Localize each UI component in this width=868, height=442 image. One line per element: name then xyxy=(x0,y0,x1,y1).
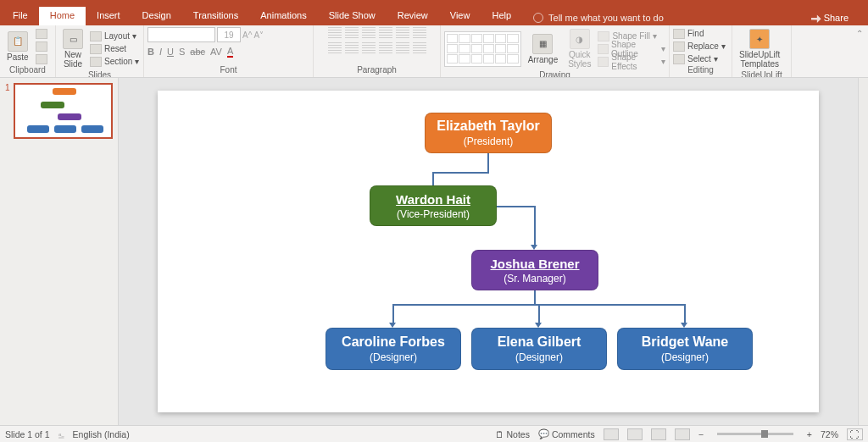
tab-slideshow[interactable]: Slide Show xyxy=(318,7,387,25)
find-button[interactable]: Find xyxy=(673,28,726,40)
slide-counter: Slide 1 of 1 xyxy=(5,429,50,439)
tab-insert[interactable]: Insert xyxy=(86,7,131,25)
find-icon xyxy=(673,29,685,39)
org-node-sr-manager[interactable]: Joshua Brener (Sr. Manager) xyxy=(471,250,598,290)
sorter-view-button[interactable] xyxy=(627,428,643,440)
slideshow-view-button[interactable] xyxy=(675,428,690,440)
tab-design[interactable]: Design xyxy=(131,7,182,25)
slideuplift-templates-button[interactable]: ✦ SlideUpLift Templates xyxy=(736,27,783,70)
org-node-designer-2[interactable]: Elena Gilbert (Designer) xyxy=(471,328,607,370)
vertical-scrollbar[interactable] xyxy=(858,78,868,425)
font-name-combo[interactable] xyxy=(147,27,215,42)
layout-button[interactable]: Layout▾ xyxy=(90,30,139,42)
smartart-button[interactable] xyxy=(413,42,426,54)
indent-dec-button[interactable] xyxy=(362,27,376,39)
slide-thumbnail-1[interactable] xyxy=(14,83,113,139)
layout-icon xyxy=(90,31,102,41)
new-slide-button[interactable]: ▭ New Slide xyxy=(59,27,86,70)
text-direction-button[interactable] xyxy=(413,27,426,39)
arrange-button[interactable]: ▦Arrange xyxy=(525,32,562,66)
zoom-out-button[interactable]: − xyxy=(698,429,704,439)
org-node-designer-3[interactable]: Bridget Wane (Designer) xyxy=(617,328,753,370)
section-icon xyxy=(90,57,102,67)
share-label: Share xyxy=(824,13,849,23)
align-left-button[interactable] xyxy=(328,42,342,54)
shape-effects-button[interactable]: Shape Effects▾ xyxy=(598,56,665,68)
paragraph-group-label: Paragraph xyxy=(317,65,437,77)
section-button[interactable]: Section▾ xyxy=(90,56,139,68)
workspace: 1 xyxy=(0,78,868,425)
org-node-president[interactable]: Elizabeth Taylor (President) xyxy=(425,113,552,153)
indent-inc-button[interactable] xyxy=(379,27,392,39)
comments-icon: 💬 xyxy=(538,428,549,439)
editing-group-label: Editing xyxy=(673,65,728,77)
clipboard-group-label: Clipboard xyxy=(3,65,52,77)
copy-icon[interactable] xyxy=(36,41,47,52)
tab-file[interactable]: File xyxy=(2,7,39,25)
title-bar xyxy=(0,0,868,7)
columns-button[interactable] xyxy=(396,42,409,54)
comments-button[interactable]: 💬Comments xyxy=(538,428,595,439)
group-slideuplift: ✦ SlideUpLift Templates SlideUpLift xyxy=(732,25,792,77)
org-node-vp[interactable]: Wardon Hait (Vice-President) xyxy=(370,185,497,226)
slide-edit-area[interactable]: Elizabeth Taylor (President) Wardon Hait… xyxy=(119,78,858,425)
bullets-button[interactable] xyxy=(328,27,342,39)
tab-review[interactable]: Review xyxy=(387,7,439,25)
bold-button[interactable]: B xyxy=(147,47,154,57)
font-color-button[interactable]: A xyxy=(227,46,233,58)
group-paragraph: Paragraph xyxy=(314,25,441,77)
cut-icon[interactable] xyxy=(36,29,47,39)
language-status[interactable]: English (India) xyxy=(73,429,130,439)
tab-transitions[interactable]: Transitions xyxy=(182,7,249,25)
reading-view-button[interactable] xyxy=(651,428,666,440)
format-painter-icon[interactable] xyxy=(36,54,47,64)
slideuplift-label: SlideUpLift Templates xyxy=(739,50,780,69)
strike-button[interactable]: abc xyxy=(190,47,205,57)
italic-button[interactable]: I xyxy=(159,47,162,57)
numbering-button[interactable] xyxy=(345,27,359,39)
slideuplift-icon: ✦ xyxy=(749,29,770,49)
slide-canvas[interactable]: Elizabeth Taylor (President) Wardon Hait… xyxy=(158,91,819,412)
org-node-name: Caroline Forbes xyxy=(342,334,445,350)
paste-button[interactable]: 📋 Paste xyxy=(3,30,32,64)
paste-label: Paste xyxy=(7,52,29,62)
quick-styles-button[interactable]: ◑Quick Styles xyxy=(565,27,594,70)
tab-animations[interactable]: Animations xyxy=(249,7,317,25)
zoom-in-button[interactable]: + xyxy=(807,429,812,439)
group-font: 19 A^A˅ B I U S abc AV A Font xyxy=(144,25,314,77)
fit-to-window-button[interactable]: ⛶ xyxy=(847,428,863,440)
tab-home[interactable]: Home xyxy=(39,7,86,25)
justify-button[interactable] xyxy=(379,42,392,54)
normal-view-button[interactable] xyxy=(604,428,619,440)
tab-help[interactable]: Help xyxy=(481,7,522,25)
slides-group-label: Slides xyxy=(59,70,140,78)
collapse-ribbon-button[interactable]: ⌃ xyxy=(792,25,868,77)
thumbnail-number: 1 xyxy=(5,83,10,139)
share-button[interactable]: Share xyxy=(800,9,860,23)
select-button[interactable]: Select▾ xyxy=(673,53,726,65)
slide-thumbnail-panel[interactable]: 1 xyxy=(0,78,119,425)
line-spacing-button[interactable] xyxy=(396,27,409,39)
tell-me-search[interactable]: Tell me what you want to do xyxy=(522,7,675,25)
zoom-slider[interactable] xyxy=(717,433,793,435)
spellcheck-icon[interactable]: ⎁ xyxy=(58,429,64,439)
replace-button[interactable]: Replace▾ xyxy=(673,41,726,52)
shadow-button[interactable]: S xyxy=(179,47,185,57)
font-group-label: Font xyxy=(147,65,309,77)
notes-button[interactable]: 🗒Notes xyxy=(495,429,530,439)
select-icon xyxy=(673,54,685,64)
ribbon: 📋 Paste Clipboard ▭ New Slide Layout▾ Re… xyxy=(0,25,868,78)
underline-button[interactable]: U xyxy=(167,47,174,57)
shapes-gallery[interactable] xyxy=(444,31,521,67)
tab-view[interactable]: View xyxy=(439,7,481,25)
zoom-level[interactable]: 72% xyxy=(821,429,838,439)
align-center-button[interactable] xyxy=(345,42,359,54)
font-size-combo[interactable]: 19 xyxy=(217,27,241,42)
reset-button[interactable]: Reset xyxy=(90,43,139,55)
org-node-designer-1[interactable]: Caroline Forbes (Designer) xyxy=(326,328,461,370)
char-spacing-button[interactable]: AV xyxy=(210,47,222,57)
arrange-icon: ▦ xyxy=(532,34,553,54)
align-right-button[interactable] xyxy=(362,42,376,54)
new-slide-label: New Slide xyxy=(64,50,82,69)
group-slides: ▭ New Slide Layout▾ Reset Section▾ Slide… xyxy=(56,25,144,77)
